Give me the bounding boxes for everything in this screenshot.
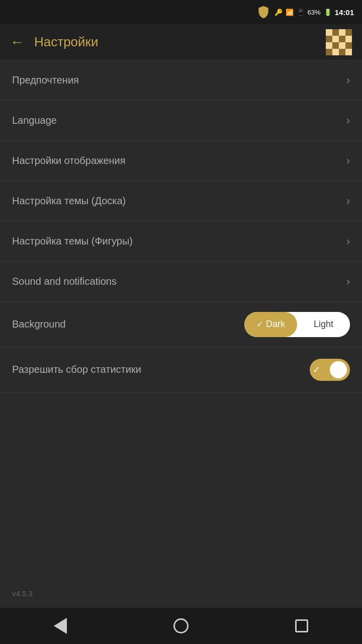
svg-rect-2 bbox=[332, 29, 339, 36]
svg-rect-16 bbox=[345, 49, 352, 55]
home-circle-icon bbox=[173, 618, 189, 633]
chevron-icon-preferences: › bbox=[346, 74, 350, 87]
shield-icon bbox=[256, 5, 270, 19]
background-label: Background bbox=[12, 318, 66, 330]
bg-light-option[interactable]: Light bbox=[297, 312, 350, 337]
svg-rect-13 bbox=[326, 49, 332, 55]
settings-item-display[interactable]: Настройки отображения › bbox=[0, 141, 362, 181]
nav-recents-button[interactable] bbox=[282, 614, 322, 638]
svg-rect-4 bbox=[345, 29, 352, 36]
settings-item-sound[interactable]: Sound and notifications › bbox=[0, 262, 362, 302]
light-label: Light bbox=[314, 319, 333, 330]
status-icons: 🔑 📶 📱 63% 🔋 14:01 bbox=[275, 8, 354, 17]
bg-dark-option[interactable]: ✓ Dark bbox=[244, 312, 297, 337]
chevron-icon-language: › bbox=[346, 114, 350, 127]
wifi-icon: 📶 bbox=[286, 9, 294, 16]
chevron-icon-board-theme: › bbox=[346, 195, 350, 208]
svg-rect-5 bbox=[326, 36, 332, 42]
nav-home-button[interactable] bbox=[161, 614, 201, 638]
recents-square-icon bbox=[295, 619, 308, 632]
svg-rect-1 bbox=[326, 29, 332, 36]
battery-icon: 🔋 bbox=[324, 9, 332, 16]
sound-label: Sound and notifications bbox=[12, 276, 117, 287]
battery-percent: 63% bbox=[308, 9, 321, 16]
pieces-theme-label: Настройка темы (Фигуры) bbox=[12, 235, 133, 247]
time-display: 14:01 bbox=[335, 8, 354, 17]
nav-back-button[interactable] bbox=[40, 614, 80, 638]
chevron-icon-pieces-theme: › bbox=[346, 235, 350, 248]
svg-rect-10 bbox=[332, 42, 339, 49]
display-label: Настройки отображения bbox=[12, 155, 126, 167]
key-icon: 🔑 bbox=[275, 9, 283, 16]
settings-list: Предпочтения › Language › Настройки отоб… bbox=[0, 60, 362, 608]
svg-rect-6 bbox=[332, 36, 339, 42]
page-title: Настройки bbox=[34, 34, 326, 50]
settings-item-board-theme[interactable]: Настройка темы (Доска) › bbox=[0, 181, 362, 221]
chevron-icon-display: › bbox=[346, 154, 350, 168]
settings-item-statistics: Разрешить сбор статистики ✓ bbox=[0, 347, 362, 392]
settings-item-background: Background ✓ Dark Light bbox=[0, 302, 362, 347]
back-triangle-icon bbox=[54, 618, 67, 634]
board-theme-label: Настройка темы (Доска) bbox=[12, 195, 126, 207]
toggle-knob bbox=[330, 361, 347, 378]
settings-item-language[interactable]: Language › bbox=[0, 101, 362, 141]
signal-icon: 📱 bbox=[297, 9, 305, 16]
version-label: v4.5.3 bbox=[12, 589, 33, 598]
svg-rect-12 bbox=[345, 42, 352, 49]
statistics-label: Разрешить сбор статистики bbox=[12, 364, 141, 375]
svg-rect-7 bbox=[339, 36, 345, 42]
status-bar: 🔑 📶 📱 63% 🔋 14:01 bbox=[0, 0, 362, 24]
preferences-label: Предпочтения bbox=[12, 74, 79, 86]
chevron-icon-sound: › bbox=[346, 275, 350, 288]
chess-board-icon bbox=[326, 29, 352, 55]
language-label: Language bbox=[12, 115, 57, 126]
svg-rect-15 bbox=[339, 49, 345, 55]
settings-item-pieces-theme[interactable]: Настройка темы (Фигуры) › bbox=[0, 221, 362, 262]
svg-rect-9 bbox=[326, 42, 332, 49]
statistics-toggle[interactable]: ✓ bbox=[310, 359, 350, 381]
check-icon: ✓ bbox=[256, 319, 263, 329]
toggle-check-icon: ✓ bbox=[313, 364, 320, 375]
svg-rect-11 bbox=[339, 42, 345, 49]
version-section: v4.5.3 bbox=[0, 392, 362, 608]
app-bar: ← Настройки bbox=[0, 24, 362, 60]
bottom-nav bbox=[0, 608, 362, 644]
dark-label: Dark bbox=[266, 319, 285, 330]
svg-rect-8 bbox=[345, 36, 352, 42]
back-button[interactable]: ← bbox=[10, 35, 24, 49]
svg-rect-3 bbox=[339, 29, 345, 36]
svg-rect-14 bbox=[332, 49, 339, 55]
background-toggle[interactable]: ✓ Dark Light bbox=[244, 312, 350, 337]
settings-item-preferences[interactable]: Предпочтения › bbox=[0, 60, 362, 101]
